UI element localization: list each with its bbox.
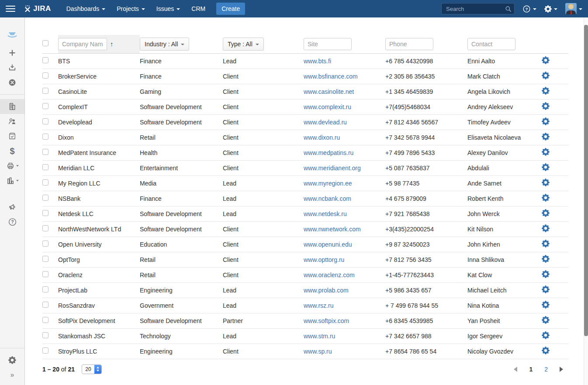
row-actions-gear-icon[interactable] [542,347,550,354]
row-actions-gear-icon[interactable] [542,179,550,186]
site-filter-input[interactable] [304,38,352,50]
row-checkbox[interactable] [42,88,48,94]
site-link[interactable]: www.casinolite.net [304,88,354,95]
add-button[interactable] [0,45,24,60]
row-actions-gear-icon[interactable] [542,255,550,263]
row-checkbox[interactable] [42,271,48,277]
site-link[interactable]: www.prolab.com [304,287,349,294]
sidebar-item-announcements[interactable] [0,199,24,214]
site-link[interactable]: www.oraclenz.com [304,272,355,278]
industry-filter-dropdown[interactable]: Industry : All [140,38,189,51]
sidebar-item-tasks[interactable] [0,129,24,144]
site-link[interactable]: www.rsz.ru [304,302,333,309]
row-actions-gear-icon[interactable] [542,194,550,202]
page-number-link[interactable]: 2 [544,366,548,373]
cancel-button[interactable] [0,75,24,90]
site-link[interactable]: www.complexit.ru [304,103,351,110]
help-menu[interactable]: ? [522,5,536,13]
user-profile-menu[interactable] [565,3,582,14]
row-actions-gear-icon[interactable] [542,240,550,248]
nav-projects[interactable]: Projects [117,5,145,12]
sidebar-item-contacts[interactable] [0,114,24,129]
row-actions-gear-icon[interactable] [542,87,550,95]
row-checkbox[interactable] [42,57,48,63]
row-actions-gear-icon[interactable] [542,270,550,278]
sidebar-item-reports[interactable] [0,173,24,188]
sort-ascending-icon[interactable]: ↑ [110,40,114,48]
row-checkbox[interactable] [42,241,48,247]
row-actions-gear-icon[interactable] [542,117,550,125]
row-actions-gear-icon[interactable] [542,102,550,110]
row-actions-gear-icon[interactable] [542,148,550,156]
site-link[interactable]: www.sp.ru [304,348,332,355]
row-actions-gear-icon[interactable] [542,72,550,79]
site-link[interactable]: www.opttorg.ru [304,256,344,263]
sidebar-settings-button[interactable] [0,353,24,368]
import-button[interactable] [0,60,24,75]
hamburger-menu-icon[interactable] [6,6,15,12]
sidebar-item-help[interactable]: ? [0,214,24,229]
row-checkbox[interactable] [42,317,48,323]
search-input[interactable] [441,3,515,14]
sidebar-item-print[interactable] [0,158,24,173]
row-checkbox[interactable] [42,210,48,216]
site-link[interactable]: www.dixon.ru [304,134,340,141]
site-link[interactable]: www.devlead.ru [304,119,347,126]
search-icon[interactable] [505,6,512,12]
row-checkbox[interactable] [42,179,48,186]
row-checkbox[interactable] [42,103,48,109]
site-link[interactable]: www.myregion.ee [304,180,352,187]
crm-logo-icon[interactable] [0,25,24,45]
site-link[interactable]: www.netdesk.ru [304,210,347,217]
row-checkbox[interactable] [42,302,48,308]
jira-logo[interactable]: JIRA [24,4,51,13]
sidebar-item-transactions[interactable]: $ [0,144,24,158]
row-checkbox[interactable] [42,347,48,354]
row-actions-gear-icon[interactable] [542,285,550,293]
site-link[interactable]: www.medpatins.ru [304,149,353,156]
row-checkbox[interactable] [42,332,48,338]
sidebar-item-companies[interactable] [0,99,24,114]
phone-filter-input[interactable] [385,38,433,50]
site-link[interactable]: www.openuni.edu [304,241,352,248]
nav-crm[interactable]: CRM [191,5,205,12]
site-link[interactable]: www.stm.ru [304,333,335,340]
row-actions-gear-icon[interactable] [542,163,550,171]
row-actions-gear-icon[interactable] [542,133,550,141]
row-actions-gear-icon[interactable] [542,301,550,309]
row-checkbox[interactable] [42,149,48,155]
page-size-select[interactable]: 20 [82,364,102,374]
site-link[interactable]: www.softpix.com [304,317,349,324]
site-link[interactable]: www.nwnetwork.com [304,226,361,233]
admin-settings-menu[interactable] [544,5,557,13]
row-checkbox[interactable] [42,256,48,262]
row-checkbox[interactable] [42,225,48,231]
sidebar-expand-button[interactable]: » [0,368,24,382]
type-filter-dropdown[interactable]: Type : All [223,38,264,51]
row-checkbox[interactable] [42,164,48,170]
scrollbar-thumb[interactable] [584,25,588,336]
site-link[interactable]: www.bsfinance.com [304,73,358,80]
next-page-icon[interactable] [560,367,563,372]
row-checkbox[interactable] [42,72,48,79]
row-actions-gear-icon[interactable] [542,56,550,64]
site-link[interactable]: www.meridianent.org [304,165,361,172]
row-actions-gear-icon[interactable] [542,209,550,217]
row-actions-gear-icon[interactable] [542,331,550,339]
row-checkbox[interactable] [42,134,48,140]
company-name-filter-input[interactable] [58,38,107,50]
row-checkbox[interactable] [42,286,48,292]
create-button[interactable]: Create [216,3,245,15]
nav-issues[interactable]: Issues [156,5,180,12]
row-checkbox[interactable] [42,118,48,124]
nav-dashboards[interactable]: Dashboards [66,5,106,12]
row-actions-gear-icon[interactable] [542,316,550,324]
site-link[interactable]: www.bts.fi [304,58,331,65]
site-link[interactable]: www.ncbank.com [304,195,351,202]
contact-filter-input[interactable] [467,38,515,50]
row-actions-gear-icon[interactable] [542,224,550,232]
select-all-checkbox[interactable] [42,40,48,46]
vertical-scrollbar[interactable] [584,17,588,385]
previous-page-icon[interactable] [514,367,517,372]
row-checkbox[interactable] [42,195,48,201]
